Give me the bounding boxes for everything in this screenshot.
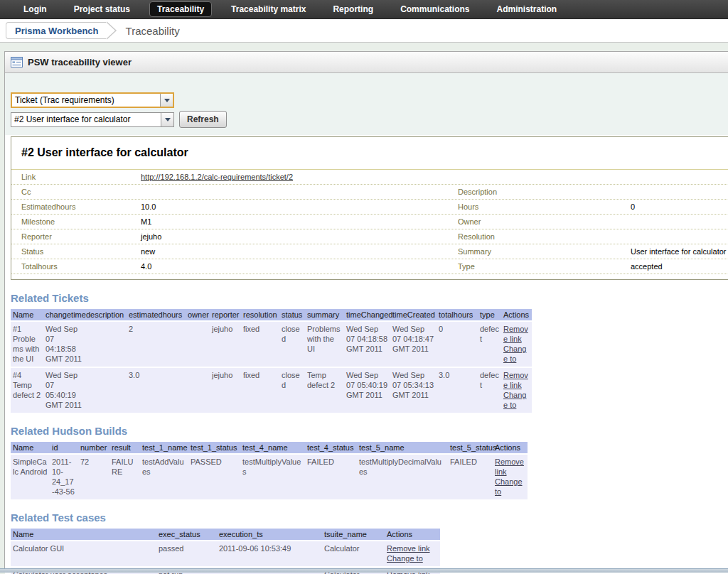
table-cell: Calculator GUI bbox=[11, 541, 156, 567]
table-cell: FAILURE bbox=[109, 454, 140, 499]
panel-title: PSW traceability viewer bbox=[28, 57, 132, 67]
table-cell: testMultiplyDecimalValues bbox=[357, 454, 448, 499]
table-cell: #4 Temp defect 2 bbox=[11, 367, 43, 413]
main-content: #2 User interface for calculator Link ht… bbox=[5, 135, 728, 574]
top-nav: Login Project status Traceability Tracea… bbox=[0, 0, 728, 19]
table-cell: Calculator bbox=[322, 541, 385, 567]
breadcrumb-current: Traceability bbox=[126, 25, 180, 37]
column-header: tsuite_name bbox=[322, 529, 385, 541]
change-to-action[interactable]: Change to bbox=[503, 390, 530, 410]
column-header: status bbox=[279, 309, 305, 321]
refresh-button[interactable]: Refresh bbox=[179, 111, 227, 128]
table-cell: #1 Problems with the UI bbox=[11, 321, 43, 367]
breadcrumb-root[interactable]: Prisma Workbench bbox=[6, 22, 106, 39]
remove-link-action[interactable]: Remove link bbox=[503, 324, 530, 344]
tab-project-status[interactable]: Project status bbox=[66, 1, 138, 17]
table-cell: passed bbox=[156, 541, 217, 567]
field-label: Totalhours bbox=[11, 262, 141, 271]
column-header: Name bbox=[11, 442, 50, 454]
column-header: Actions bbox=[493, 442, 528, 454]
ticket-fields: CcDescriptionEstimatedhours10.0Hours0Mil… bbox=[11, 185, 728, 274]
window-bottom-edge bbox=[0, 568, 728, 573]
column-header: Actions bbox=[385, 529, 440, 541]
tab-login[interactable]: Login bbox=[16, 1, 55, 17]
related-tickets-table: Namechangetimedescriptionestimatedhourso… bbox=[11, 309, 532, 413]
field-label: Cc bbox=[11, 188, 141, 196]
table-cell: 3.0 bbox=[437, 367, 478, 413]
column-header: test_5_status bbox=[448, 442, 493, 454]
table-header-row: Namechangetimedescriptionestimatedhourso… bbox=[11, 309, 532, 321]
ticket-field-row: Totalhours4.0Typeaccepted bbox=[11, 259, 728, 274]
tab-reporting[interactable]: Reporting bbox=[325, 1, 381, 17]
column-header: type bbox=[478, 309, 501, 321]
ticket-title: #2 User interface for calculator bbox=[21, 146, 728, 159]
hudson-builds-table: Nameidnumberresulttest_1_nametest_1_stat… bbox=[11, 442, 528, 499]
actions-cell: Remove linkChange to bbox=[385, 541, 440, 567]
table-cell: Temp defect 2 bbox=[305, 367, 344, 413]
dropdown-arrow-icon bbox=[161, 113, 173, 126]
column-header: Name bbox=[11, 309, 43, 321]
table-cell: 0 bbox=[437, 321, 478, 367]
table-cell: Wed Sep 07 05:40:19 GMT 2011 bbox=[344, 367, 390, 413]
table-cell: defect bbox=[478, 367, 501, 413]
table-header-row: Nameexec_statusexecution_tstsuite_nameAc… bbox=[11, 529, 440, 541]
ticket-link-row: Link http://192.168.1.2/calc-requirement… bbox=[11, 170, 728, 185]
table-cell: fixed bbox=[241, 321, 279, 367]
column-header: description bbox=[84, 309, 127, 321]
trace-type-select[interactable]: Ticket (Trac requirements) bbox=[11, 92, 174, 108]
column-header: estimatedhours bbox=[127, 309, 186, 321]
ticket-field-row: CcDescription bbox=[11, 185, 728, 200]
field-label: Summary bbox=[458, 247, 631, 256]
traceability-viewer-panel: PSW traceability viewer Ticket (Trac req… bbox=[4, 51, 728, 568]
field-label: Reporter bbox=[11, 232, 141, 241]
table-cell: fixed bbox=[241, 367, 279, 413]
tab-traceability[interactable]: Traceability bbox=[149, 1, 212, 17]
column-header: test_4_status bbox=[305, 442, 357, 454]
change-to-action[interactable]: Change to bbox=[503, 344, 530, 364]
test-cases-heading: Related Test cases bbox=[11, 511, 728, 524]
field-value: 0 bbox=[631, 202, 728, 211]
ticket-field-row: MilestoneM1Owner bbox=[11, 215, 728, 229]
field-value: User interface for calculator bbox=[631, 247, 728, 256]
table-cell: 2011-10-24_17-43-56 bbox=[50, 454, 78, 499]
column-header: test_1_name bbox=[140, 442, 188, 454]
field-value: 10.0 bbox=[141, 202, 458, 211]
table-cell: Wed Sep 07 05:34:13 GMT 2011 bbox=[390, 367, 437, 413]
field-value: accepted bbox=[631, 262, 728, 271]
dropdown-arrow-icon bbox=[160, 94, 173, 107]
column-header: summary bbox=[305, 309, 344, 321]
table-cell bbox=[84, 367, 127, 413]
table-cell: jejuho bbox=[210, 367, 241, 413]
table-header-row: Nameidnumberresulttest_1_nametest_1_stat… bbox=[11, 442, 528, 454]
table-cell: Wed Sep 07 05:40:19 GMT 2011 bbox=[43, 367, 84, 413]
actions-cell: Remove linkChange to bbox=[501, 321, 532, 367]
field-label: Estimatedhours bbox=[11, 202, 141, 211]
field-value: 4.0 bbox=[141, 262, 458, 271]
remove-link-action[interactable]: Remove link bbox=[495, 457, 525, 477]
table-cell: Problems with the UI bbox=[305, 321, 344, 367]
breadcrumb: Prisma Workbench Traceability bbox=[0, 19, 728, 43]
tab-administration[interactable]: Administration bbox=[488, 1, 564, 17]
table-cell: Wed Sep 07 04:18:58 GMT 2011 bbox=[43, 321, 84, 367]
column-header: exec_status bbox=[156, 529, 217, 541]
table-row: #4 Temp defect 2Wed Sep 07 05:40:19 GMT … bbox=[11, 367, 532, 413]
ticket-link[interactable]: http://192.168.1.2/calc-requirements/tic… bbox=[141, 173, 293, 181]
form-list-icon bbox=[11, 57, 23, 67]
table-cell: 72 bbox=[78, 454, 109, 499]
column-header: execution_ts bbox=[217, 529, 322, 541]
table-cell bbox=[186, 367, 210, 413]
column-header: result bbox=[109, 442, 140, 454]
tab-traceability-matrix[interactable]: Traceability matrix bbox=[223, 1, 314, 17]
table-cell: PASSED bbox=[188, 454, 240, 499]
remove-link-action[interactable]: Remove link bbox=[387, 543, 438, 553]
tab-communications[interactable]: Communications bbox=[392, 1, 477, 17]
change-to-action[interactable]: Change to bbox=[495, 477, 525, 497]
table-cell: 2 bbox=[127, 321, 186, 367]
change-to-action[interactable]: Change to bbox=[387, 553, 438, 563]
remove-link-action[interactable]: Remove link bbox=[503, 370, 530, 390]
trace-item-select[interactable]: #2 User interface for calculator bbox=[11, 112, 174, 127]
field-label: Link bbox=[11, 173, 141, 181]
trace-type-select-value: Ticket (Trac requirements) bbox=[12, 95, 160, 105]
panel-header: PSW traceability viewer bbox=[5, 52, 728, 73]
column-header: reporter bbox=[210, 309, 241, 321]
